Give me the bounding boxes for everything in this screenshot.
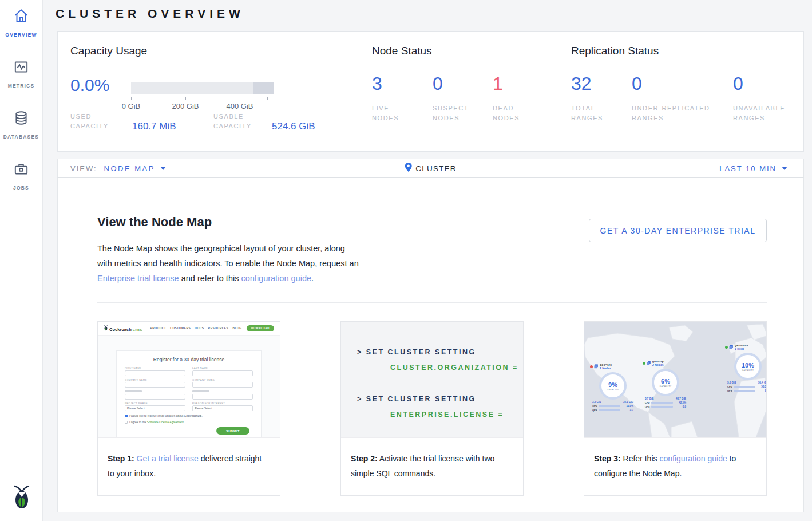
mini-checkbox-unchecked	[125, 421, 128, 424]
under-replicated-value: 0	[632, 73, 723, 94]
briefcase-icon	[13, 160, 30, 180]
get-trial-license-link[interactable]: Get a trial license	[137, 454, 199, 463]
sidebar-item-label: METRICS	[8, 83, 35, 89]
sidebar: OVERVIEW METRICS DATABASES JOBS	[0, 0, 43, 521]
step1-card: CockroachLABS PRODUCTCUSTOMERSDOCSRESOUR…	[97, 321, 280, 496]
section-title: View the Node Map	[97, 215, 212, 230]
status-dot-green	[643, 362, 645, 365]
breadcrumb-cluster: CLUSTER	[415, 164, 456, 173]
unavailable-ranges-label: UNAVAILABLE RANGES	[733, 104, 799, 123]
node-map-preview: geo=sfo2 Nodes 9%CAPACITY 3.2 GiB35.1 Gi…	[584, 322, 766, 437]
capacity-usage-title: Capacity Usage	[70, 45, 147, 57]
usable-capacity-value: 524.6 GiB	[272, 121, 315, 132]
page-title: CLUSTER OVERVIEW	[56, 7, 244, 21]
total-ranges-stat: 32 TOTAL RANGES	[571, 73, 623, 123]
under-replicated-stat: 0 UNDER-REPLICATED RANGES	[632, 73, 723, 123]
get-enterprise-trial-button[interactable]: GET A 30-DAY ENTERPRISE TRIAL	[589, 219, 767, 242]
live-nodes-label: LIVE NODES	[372, 104, 418, 123]
total-ranges-value: 32	[571, 73, 623, 94]
sidebar-item-label: OVERVIEW	[5, 32, 37, 38]
step1-caption: Step 1: Get a trial license delivered st…	[98, 437, 280, 495]
node-status-title: Node Status	[372, 45, 432, 57]
total-ranges-label: TOTAL RANGES	[571, 104, 623, 123]
view-selector-dropdown[interactable]: NODE MAP	[104, 164, 166, 173]
mini-input	[192, 394, 253, 400]
sidebar-item-databases[interactable]: DATABASES	[0, 109, 42, 153]
used-capacity-value: 160.7 MiB	[132, 121, 176, 132]
map-pin-icon	[405, 163, 411, 174]
home-icon	[13, 7, 30, 27]
chevron-down-icon	[160, 167, 166, 170]
mini-input	[192, 382, 253, 388]
sidebar-item-jobs[interactable]: JOBS	[0, 160, 42, 204]
sql-setting: ENTERPRISE.LICENSE =	[390, 411, 523, 419]
mini-select: Please Select	[192, 405, 253, 411]
replication-status-title: Replication Status	[571, 45, 659, 57]
sql-prompt: > SET CLUSTER SETTING	[357, 348, 523, 356]
under-replicated-label: UNDER-REPLICATED RANGES	[632, 104, 723, 123]
status-dot-green	[725, 346, 728, 349]
nodes-stack-icon	[594, 364, 599, 369]
configuration-guide-link[interactable]: configuration guide	[241, 274, 311, 283]
suspect-nodes-stat: 0 SUSPECT NODES	[433, 73, 478, 123]
suspect-nodes-value: 0	[433, 73, 478, 94]
used-capacity-label: USED CAPACITY	[70, 112, 125, 131]
map-locality-widget: geo=ams1 Node 10%CAPACITY 3.6 GiB36.4 Gi…	[725, 344, 766, 392]
step3-card: geo=sfo2 Nodes 9%CAPACITY 3.2 GiB35.1 Gi…	[584, 321, 767, 496]
mini-input	[125, 370, 185, 376]
dead-nodes-stat: 1 DEAD NODES	[493, 73, 538, 123]
capacity-used-percent: 0.0%	[70, 76, 109, 95]
live-nodes-value: 3	[372, 73, 418, 94]
usable-capacity-label: USABLE CAPACITY	[213, 112, 268, 131]
map-locality-widget: geo=nyc2 Nodes 6%CAPACITY 3.7 GiB43.7 Gi…	[643, 360, 688, 408]
mini-checkbox-checked	[125, 415, 128, 417]
unavailable-ranges-stat: 0 UNAVAILABLE RANGES	[733, 73, 799, 123]
metrics-chart-icon	[13, 58, 30, 78]
view-toolbar: VIEW: NODE MAP CLUSTER LAST 10 MIN	[57, 159, 804, 178]
step2-caption: Step 2: Activate the trial license with …	[341, 437, 523, 495]
trial-register-form: Register for a 30-day trial license FIRS…	[116, 350, 262, 437]
section-description: The Node Map shows the geographical layo…	[97, 241, 362, 286]
dead-nodes-label: DEAD NODES	[493, 104, 538, 123]
enterprise-trial-license-link[interactable]: Enterprise trial license	[97, 274, 179, 283]
sidebar-item-overview[interactable]: OVERVIEW	[0, 7, 42, 51]
divider	[97, 302, 767, 303]
database-icon	[13, 109, 30, 129]
mini-input	[192, 370, 253, 376]
status-dot-red	[590, 365, 593, 368]
mini-submit-button: SUBMIT	[216, 427, 249, 435]
dead-nodes-value: 1	[493, 73, 538, 94]
axis-tick-label: 0 GiB	[122, 102, 141, 110]
mini-input	[125, 394, 185, 400]
time-range-dropdown[interactable]: LAST 10 MIN	[719, 164, 787, 173]
configuration-guide-link[interactable]: configuration guide	[659, 454, 727, 463]
node-map-placeholder-panel: View the Node Map The Node Map shows the…	[57, 178, 804, 512]
map-locality-widget: geo=sfo2 Nodes 9%CAPACITY 3.2 GiB35.1 Gi…	[590, 363, 636, 412]
sidebar-item-label: JOBS	[13, 185, 29, 191]
sql-setting: CLUSTER.ORGANIZATION =	[390, 364, 523, 372]
live-nodes-stat: 3 LIVE NODES	[372, 73, 418, 123]
mini-download-button: DOWNLOAD	[247, 325, 274, 331]
sidebar-item-label: DATABASES	[3, 134, 39, 140]
cluster-summary-panel: Capacity Usage 0.0% 0 GiB 200 GiB 400 Gi…	[57, 31, 804, 152]
axis-tick-label: 200 GiB	[172, 102, 199, 110]
suspect-nodes-label: SUSPECT NODES	[433, 104, 478, 123]
nodes-stack-icon	[729, 345, 734, 349]
unavailable-ranges-value: 0	[733, 73, 799, 94]
mini-form-title: Register for a 30-day trial license	[125, 357, 253, 362]
view-label: VIEW:	[70, 164, 97, 173]
sidebar-item-metrics[interactable]: METRICS	[0, 58, 42, 102]
cockroachdb-logo-icon	[0, 483, 43, 510]
step2-card: > SET CLUSTER SETTING CLUSTER.ORGANIZATI…	[340, 321, 524, 496]
mini-select: Please Select	[125, 405, 185, 411]
step3-caption: Step 3: Refer this configuration guide t…	[584, 437, 766, 495]
axis-tick-label: 400 GiB	[227, 102, 253, 110]
capacity-gauge-bar	[131, 82, 274, 94]
sql-code-block: > SET CLUSTER SETTING CLUSTER.ORGANIZATI…	[341, 322, 523, 437]
nodes-stack-icon	[647, 361, 651, 365]
mini-input	[125, 382, 185, 388]
trial-site-thumbnail: CockroachLABS PRODUCTCUSTOMERSDOCSRESOUR…	[98, 322, 280, 437]
chevron-down-icon	[782, 167, 787, 170]
cockroach-labs-logo: CockroachLABS	[104, 325, 142, 332]
sql-prompt: > SET CLUSTER SETTING	[357, 395, 523, 403]
